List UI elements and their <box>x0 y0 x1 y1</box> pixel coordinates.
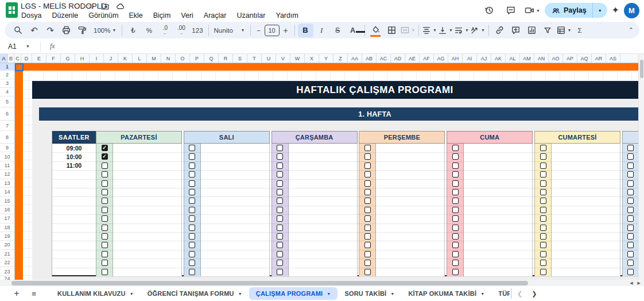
row-header-15[interactable]: 15 <box>0 196 14 205</box>
row-header-3[interactable]: 3 <box>0 79 14 88</box>
row-header-1[interactable]: 1 <box>0 63 14 71</box>
share-main[interactable]: Paylaş <box>545 3 593 18</box>
time-cell-5[interactable] <box>52 179 96 188</box>
column-header-v[interactable]: V <box>276 54 290 63</box>
checkbox-pazartesi̇-row10[interactable] <box>102 225 108 231</box>
day-header-6[interactable]: CUMARTESİ <box>534 131 620 144</box>
time-cell-6[interactable] <box>52 188 96 196</box>
menu-görünüm[interactable]: Görünüm <box>83 11 123 20</box>
checkbox-çarşamba-row3[interactable] <box>277 163 283 169</box>
checkbox-pazar-row7[interactable] <box>627 198 634 204</box>
horizontal-scrollbar[interactable]: ◀▶ <box>0 280 644 286</box>
checkbox-cumartesi̇-row2[interactable] <box>540 153 546 160</box>
day-header-3[interactable]: ÇARŞAMBA <box>271 131 358 144</box>
move-folder-icon[interactable] <box>100 2 110 11</box>
checkbox-sali-row9[interactable] <box>189 215 195 222</box>
week-banner[interactable]: 1. HAFTA <box>39 107 638 121</box>
row-header-5[interactable]: 5 <box>0 97 14 107</box>
row-header-6[interactable]: 6 <box>0 107 14 121</box>
column-header-y[interactable]: Y <box>319 54 333 63</box>
checkbox-sali-row14[interactable] <box>189 260 195 266</box>
column-header-ap[interactable]: AP <box>563 54 577 63</box>
column-header-ad[interactable]: AD <box>391 54 405 63</box>
decrease-font-size-button[interactable]: − <box>254 24 264 37</box>
checkbox-pazartesi̇-row4[interactable] <box>102 171 108 177</box>
checkbox-pazartesi̇-row7[interactable] <box>102 198 108 204</box>
time-cell-1[interactable]: 09:00 <box>52 144 96 152</box>
checkbox-cuma-row15[interactable] <box>452 269 459 275</box>
column-header-as[interactable]: AS <box>606 54 620 63</box>
day-header-5[interactable]: CUMA <box>447 131 533 144</box>
checkbox-sali-row7[interactable] <box>189 198 195 204</box>
checkbox-pazar-row10[interactable] <box>627 225 634 231</box>
checkbox-pazar-row15[interactable] <box>627 269 634 275</box>
column-header-n[interactable]: N <box>161 54 176 63</box>
column-header-z[interactable]: Z <box>333 54 348 63</box>
share-button[interactable]: Paylaş ▼ <box>545 3 607 18</box>
column-header-ac[interactable]: AC <box>377 54 391 63</box>
checkbox-cuma-row11[interactable] <box>452 233 459 240</box>
checkbox-cumartesi̇-row9[interactable] <box>540 215 546 222</box>
checkbox-sali-row11[interactable] <box>189 233 195 240</box>
checkbox-pazartesi̇-row15[interactable] <box>102 269 108 275</box>
checkbox-cumartesi̇-row4[interactable] <box>540 171 546 177</box>
checkbox-çarşamba-row13[interactable] <box>277 251 283 257</box>
chevron-down-icon[interactable]: ▼ <box>327 292 331 296</box>
day-header-1[interactable]: PAZARTESİ <box>96 131 182 144</box>
column-header-u[interactable]: U <box>262 54 276 63</box>
checkbox-çarşamba-row1[interactable] <box>277 145 283 151</box>
time-cell-9[interactable] <box>52 214 96 223</box>
column-header-ag[interactable]: AG <box>434 54 448 63</box>
checkbox-perşembe-row14[interactable] <box>364 260 371 266</box>
row-header-7[interactable]: 7 <box>0 121 14 131</box>
checkbox-çarşamba-row2[interactable] <box>277 153 283 160</box>
all-sheets-button[interactable]: ≡ <box>25 287 42 300</box>
time-cell-4[interactable] <box>52 170 96 179</box>
sheet-tab-soru-taki̇bi̇[interactable]: SORU TAKİBİ▼ <box>337 287 401 300</box>
row-header-13[interactable]: 13 <box>0 179 14 188</box>
menu-düzenle[interactable]: Düzenle <box>46 11 83 20</box>
italic-button[interactable]: I <box>314 24 329 37</box>
column-header-i[interactable]: I <box>90 54 104 63</box>
column-header-k[interactable]: K <box>118 54 133 63</box>
checkbox-pazar-row2[interactable] <box>627 153 634 160</box>
column-header-m[interactable]: M <box>147 54 161 63</box>
tabs-scroll-left-icon[interactable]: ❮ <box>517 290 522 298</box>
sheet-tab-öğrenci̇-tanişma-formu[interactable]: ÖĞRENCİ TANIŞMA FORMU▼ <box>141 287 249 300</box>
chevron-down-icon[interactable]: ▼ <box>390 292 394 296</box>
checkbox-sali-row13[interactable] <box>189 251 195 257</box>
column-header-w[interactable]: W <box>290 54 305 63</box>
checkbox-pazartesi̇-row9[interactable] <box>102 215 108 222</box>
menu-uzantılar[interactable]: Uzantılar <box>231 11 270 20</box>
row-header-23[interactable]: 23 <box>0 267 14 276</box>
checkbox-perşembe-row1[interactable] <box>364 145 371 151</box>
row-header-14[interactable]: 14 <box>0 188 14 196</box>
horizontal-scrollbar-thumb[interactable] <box>11 281 528 285</box>
row-header-20[interactable]: 20 <box>0 241 14 249</box>
checkbox-sali-row8[interactable] <box>189 207 195 213</box>
checkbox-cumartesi̇-row6[interactable] <box>540 189 546 195</box>
join-call-button[interactable]: ▼ <box>524 5 540 16</box>
checkbox-perşembe-row10[interactable] <box>364 225 371 231</box>
more-formats-button[interactable]: 123 <box>189 24 205 37</box>
time-cell-2[interactable]: 10:00 <box>52 152 96 161</box>
vertical-scrollbar-thumb[interactable] <box>640 60 643 78</box>
day-content-6[interactable] <box>552 144 620 276</box>
main-title-banner[interactable]: HAFTALIK ÇALIŞMA PROGRAMI <box>32 81 638 99</box>
create-filter-button[interactable] <box>540 24 556 37</box>
orange-row-1[interactable] <box>15 63 638 71</box>
row-header-21[interactable]: 21 <box>0 250 14 258</box>
checkbox-sali-row2[interactable] <box>189 153 195 160</box>
checkbox-cuma-row8[interactable] <box>452 207 459 213</box>
column-header-x[interactable]: X <box>305 54 319 63</box>
scroll-left-icon[interactable]: ◀ <box>630 281 633 285</box>
horizontal-align-button[interactable]: ▼ <box>422 24 437 37</box>
checkbox-çarşamba-row12[interactable] <box>277 242 283 248</box>
chevron-down-icon[interactable]: ▼ <box>480 292 484 296</box>
insert-comment-button[interactable] <box>508 24 523 37</box>
checkbox-cuma-row7[interactable] <box>452 198 459 204</box>
checkbox-cuma-row2[interactable] <box>452 153 459 160</box>
column-header-j[interactable]: J <box>104 54 118 63</box>
checkbox-çarşamba-row5[interactable] <box>277 180 283 187</box>
hide-toolbar-button[interactable]: ⌃ <box>629 26 634 34</box>
